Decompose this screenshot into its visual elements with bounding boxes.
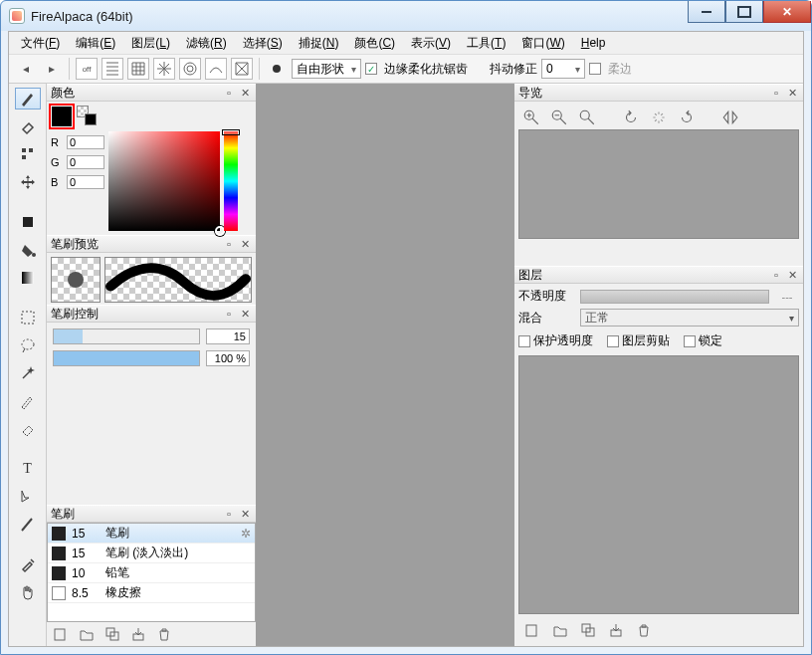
select-pen-tool[interactable]	[15, 390, 41, 412]
add-brush-folder-button[interactable]	[79, 626, 95, 642]
delete-layer-button[interactable]	[636, 622, 652, 638]
blend-mode-select[interactable]: 正常	[580, 309, 799, 327]
snap-circle-button[interactable]	[179, 58, 201, 80]
menu-c[interactable]: 颜色(C)	[348, 33, 401, 54]
brush-list-item[interactable]: 10铅笔	[48, 563, 255, 583]
snap-radial-button[interactable]	[153, 58, 175, 80]
soft-edge-checkbox[interactable]	[589, 63, 601, 75]
menu-l[interactable]: 图层(L)	[125, 33, 176, 54]
panel-close-icon[interactable]: ✕	[238, 307, 252, 321]
menu-v[interactable]: 表示(V)	[405, 33, 457, 54]
r-input[interactable]	[67, 135, 104, 149]
b-input[interactable]	[67, 175, 104, 189]
g-input[interactable]	[67, 155, 104, 169]
snap-off-button[interactable]: off	[76, 58, 98, 80]
color-panel-header[interactable]: 颜色 ▫ ✕	[47, 84, 256, 102]
antialias-checkbox[interactable]	[365, 63, 377, 75]
lock-checkbox[interactable]	[684, 335, 696, 347]
eraser-tool[interactable]	[15, 115, 41, 137]
zoom-out-button[interactable]	[550, 109, 568, 126]
dot-tool[interactable]	[15, 143, 41, 165]
stabilizer-select[interactable]: 0	[541, 59, 585, 79]
duplicate-layer-button[interactable]	[580, 622, 596, 638]
zoom-in-button[interactable]	[522, 109, 540, 126]
color-field[interactable]	[108, 131, 220, 231]
brush-list[interactable]: 15笔刷✲15笔刷 (淡入淡出)10铅笔8.5橡皮擦	[47, 523, 256, 622]
swap-colors-icon[interactable]	[77, 106, 97, 125]
nav-next-button[interactable]: ▸	[41, 58, 63, 80]
magic-wand-tool[interactable]	[15, 362, 41, 384]
panel-close-icon[interactable]: ✕	[785, 86, 799, 100]
gear-icon[interactable]: ✲	[241, 527, 251, 541]
bucket-tool[interactable]	[15, 239, 41, 261]
nav-prev-button[interactable]: ◂	[15, 58, 37, 80]
layer-list[interactable]	[518, 355, 799, 614]
divide-tool[interactable]	[15, 514, 41, 536]
brush-list-item[interactable]: 15笔刷✲	[48, 524, 255, 544]
snap-grid-button[interactable]	[127, 58, 149, 80]
panel-undock-icon[interactable]: ▫	[769, 86, 783, 100]
brush-control-header[interactable]: 笔刷控制 ▫ ✕	[47, 305, 256, 323]
foreground-color-swatch[interactable]	[51, 106, 73, 127]
merge-layer-button[interactable]	[608, 622, 624, 638]
panel-close-icon[interactable]: ✕	[785, 268, 799, 282]
hand-tool[interactable]	[15, 581, 41, 603]
panel-close-icon[interactable]: ✕	[238, 86, 252, 100]
lasso-tool[interactable]	[15, 334, 41, 356]
add-layer-folder-button[interactable]	[552, 622, 568, 638]
add-layer-button[interactable]	[524, 622, 540, 638]
delete-brush-button[interactable]	[156, 626, 172, 642]
brush-size-slider[interactable]	[53, 328, 200, 344]
object-tool[interactable]	[15, 486, 41, 508]
layers-header[interactable]: 图层 ▫ ✕	[514, 266, 803, 284]
window-minimize-button[interactable]	[688, 1, 725, 23]
window-close-button[interactable]	[763, 1, 811, 23]
brush-tool[interactable]	[15, 88, 41, 109]
fill-tool[interactable]	[15, 211, 41, 233]
protect-alpha-checkbox[interactable]	[518, 335, 530, 347]
flip-button[interactable]	[721, 109, 739, 126]
import-brush-button[interactable]	[130, 626, 146, 642]
move-tool[interactable]	[15, 171, 41, 193]
panel-close-icon[interactable]: ✕	[238, 237, 252, 251]
rotate-reset-button[interactable]	[650, 109, 668, 126]
gradient-tool[interactable]	[15, 267, 41, 289]
text-tool[interactable]: T	[15, 458, 41, 480]
navigator-view[interactable]	[518, 129, 799, 239]
titlebar[interactable]: FireAlpaca (64bit)	[1, 1, 811, 31]
panel-undock-icon[interactable]: ▫	[222, 86, 236, 100]
brush-list-item[interactable]: 8.5橡皮擦	[48, 583, 255, 603]
hue-slider[interactable]	[224, 131, 238, 231]
zoom-fit-button[interactable]	[578, 109, 596, 126]
snap-curve-button[interactable]	[205, 58, 227, 80]
snap-parallel-button[interactable]	[102, 58, 123, 80]
snap-vanish-button[interactable]	[231, 58, 253, 80]
canvas-area[interactable]	[256, 84, 514, 646]
rotate-left-button[interactable]	[622, 109, 640, 126]
shape-mode-select[interactable]: 自由形状	[292, 59, 361, 79]
select-rect-tool[interactable]	[15, 307, 41, 328]
menu-w[interactable]: 窗口(W)	[515, 33, 570, 54]
menu-n[interactable]: 捕捉(N)	[293, 33, 345, 54]
brush-size-value[interactable]: 15	[206, 328, 250, 344]
layer-opacity-slider[interactable]	[580, 290, 769, 304]
brush-list-header[interactable]: 笔刷 ▫ ✕	[47, 505, 256, 523]
menu-s[interactable]: 选择(S)	[237, 33, 289, 54]
menu-help[interactable]: Help	[575, 34, 612, 52]
menu-t[interactable]: 工具(T)	[461, 33, 511, 54]
brush-preview-header[interactable]: 笔刷预览 ▫ ✕	[47, 235, 256, 253]
duplicate-brush-button[interactable]	[104, 626, 120, 642]
add-brush-button[interactable]	[53, 626, 69, 642]
menu-e[interactable]: 编辑(E)	[70, 33, 121, 54]
brush-opacity-value[interactable]: 100 %	[206, 350, 250, 366]
select-eraser-tool[interactable]	[15, 418, 41, 440]
clipping-checkbox[interactable]	[607, 335, 619, 347]
panel-undock-icon[interactable]: ▫	[769, 268, 783, 282]
panel-undock-icon[interactable]: ▫	[222, 307, 236, 321]
navigator-header[interactable]: 导览 ▫ ✕	[514, 84, 803, 102]
brush-list-item[interactable]: 15笔刷 (淡入淡出)	[48, 544, 255, 563]
panel-undock-icon[interactable]: ▫	[222, 237, 236, 251]
eyedropper-tool[interactable]	[15, 553, 41, 575]
menu-f[interactable]: 文件(F)	[15, 33, 66, 54]
window-maximize-button[interactable]	[725, 1, 763, 23]
